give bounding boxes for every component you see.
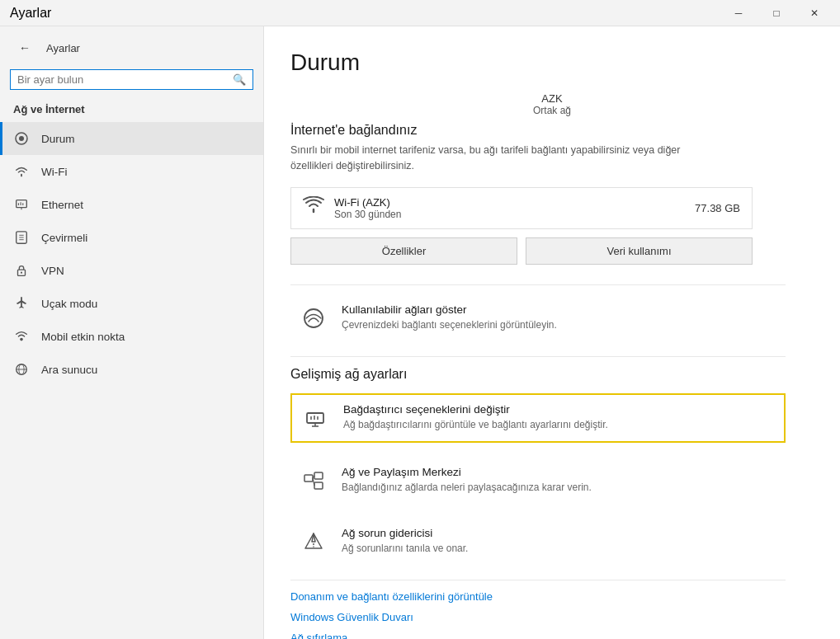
svg-point-13 <box>20 338 23 341</box>
sidebar-item-hotspot[interactable]: Mobil etkin nokta <box>0 320 263 353</box>
adapter-options-title: Bağdaştırıcı seçeneklerini değiştir <box>343 403 608 416</box>
titlebar-title: Ayarlar <box>10 6 51 21</box>
sidebar-item-dialup-label: Çevirmeli <box>41 232 87 244</box>
sidebar-item-status[interactable]: Durum <box>0 122 263 155</box>
svg-rect-26 <box>314 482 323 489</box>
wifi-left: Wi-Fi (AZK) Son 30 günden <box>303 196 401 220</box>
divider-3 <box>290 580 786 580</box>
available-networks-desc: Çevrenizdeki bağlantı seçeneklerini görü… <box>342 318 557 332</box>
proxy-nav-icon <box>13 361 30 378</box>
close-button[interactable]: ✕ <box>795 0 833 26</box>
main-content: Durum AZK Ortak ağ İnternet'e bağlandını… <box>264 26 840 639</box>
troubleshoot-title: Ağ sorun gidericisi <box>342 527 468 539</box>
divider-1 <box>290 284 786 285</box>
svg-point-1 <box>19 136 24 141</box>
status-icon <box>13 130 30 147</box>
sharing-center-row[interactable]: Ağ ve Paylaşım Merkezi Bağlandığınız ağl… <box>290 458 786 504</box>
titlebar-left: Ayarlar <box>10 6 51 21</box>
app-body: ← Ayarlar 🔍 Ağ ve İnternet Durum <box>0 26 840 639</box>
available-networks-title: Kullanılabilir ağları göster <box>342 303 557 316</box>
sharing-center-text: Ağ ve Paylaşım Merkezi Bağlandığınız ağl… <box>342 466 592 495</box>
adapter-options-text: Bağdaştırıcı seçeneklerini değiştir Ağ b… <box>343 403 608 432</box>
troubleshoot-row[interactable]: Ağ sorun gidericisi Ağ sorunlarını tanıl… <box>290 519 786 565</box>
wifi-signal-icon <box>303 196 324 219</box>
svg-rect-2 <box>17 200 27 208</box>
sidebar: ← Ayarlar 🔍 Ağ ve İnternet Durum <box>0 26 264 639</box>
maximize-button[interactable]: □ <box>757 0 795 26</box>
minimize-button[interactable]: ─ <box>720 0 757 26</box>
available-networks-row[interactable]: Kullanılabilir ağları göster Çevrenizdek… <box>290 295 786 341</box>
titlebar-controls: ─ □ ✕ <box>720 0 833 26</box>
sidebar-item-dialup[interactable]: Çevirmeli <box>0 221 263 254</box>
svg-rect-18 <box>307 413 323 423</box>
available-networks-icon <box>299 303 328 333</box>
wifi-nav-icon <box>13 163 30 180</box>
sidebar-item-ethernet[interactable]: Ethernet <box>0 188 263 221</box>
adapter-icon <box>300 403 330 433</box>
properties-button[interactable]: Özellikler <box>290 237 517 265</box>
wifi-details: Wi-Fi (AZK) Son 30 günden <box>334 196 401 220</box>
sidebar-header-title: Ayarlar <box>46 42 80 54</box>
sidebar-item-wifi-label: Wi-Fi <box>41 166 67 178</box>
sidebar-item-proxy-label: Ara sunucu <box>41 364 97 376</box>
connection-status-desc: Sınırlı bir mobil internet tarifeniz var… <box>290 143 703 174</box>
sharing-center-desc: Bağlandığınız ağlarda neleri paylaşacağı… <box>342 481 592 495</box>
wifi-card: Wi-Fi (AZK) Son 30 günden 77.38 GB <box>290 187 753 229</box>
search-input[interactable] <box>17 73 233 86</box>
sidebar-item-status-label: Durum <box>41 133 75 145</box>
action-buttons: Özellikler Veri kullanımı <box>290 237 753 265</box>
vpn-nav-icon <box>13 262 30 279</box>
svg-line-28 <box>313 478 314 486</box>
sidebar-item-ethernet-label: Ethernet <box>41 199 83 211</box>
data-usage-button[interactable]: Veri kullanımı <box>526 237 753 265</box>
sidebar-item-vpn-label: VPN <box>41 265 64 277</box>
titlebar: Ayarlar ─ □ ✕ <box>0 0 840 26</box>
connection-status-title: İnternet'e bağlandınız <box>290 123 814 138</box>
link-reset[interactable]: Ağ sıfırlama <box>290 632 814 640</box>
adapter-options-row[interactable]: Bağdaştırıcı seçeneklerini değiştir Ağ b… <box>290 393 786 443</box>
back-button[interactable]: ← <box>13 36 36 59</box>
airplane-nav-icon <box>13 295 30 312</box>
wifi-data-usage: 77.38 GB <box>695 202 740 214</box>
sidebar-top: ← Ayarlar <box>0 26 263 66</box>
sharing-center-title: Ağ ve Paylaşım Merkezi <box>342 466 592 478</box>
sidebar-item-proxy[interactable]: Ara sunucu <box>0 353 263 386</box>
troubleshoot-desc: Ağ sorunlarını tanıla ve onar. <box>342 542 468 556</box>
network-status-box: İnternet'e bağlandınız Sınırlı bir mobil… <box>290 123 814 265</box>
advanced-section-title: Gelişmiş ağ ayarları <box>290 367 814 382</box>
svg-rect-24 <box>304 475 313 482</box>
sidebar-item-hotspot-label: Mobil etkin nokta <box>41 331 125 343</box>
sidebar-item-wifi[interactable]: Wi-Fi <box>0 155 263 188</box>
troubleshoot-icon <box>299 527 328 557</box>
sidebar-item-vpn[interactable]: VPN <box>0 254 263 287</box>
network-type: Ortak ağ <box>533 105 571 116</box>
svg-point-12 <box>21 272 22 274</box>
search-box[interactable]: 🔍 <box>10 69 253 90</box>
sidebar-section-title: Ağ ve İnternet <box>0 100 263 122</box>
dialup-nav-icon <box>13 229 30 246</box>
troubleshoot-text: Ağ sorun gidericisi Ağ sorunlarını tanıl… <box>342 527 468 556</box>
svg-point-30 <box>313 546 314 547</box>
adapter-options-desc: Ağ bağdaştırıcılarını görüntüle ve bağla… <box>343 418 608 432</box>
wifi-name: Wi-Fi (AZK) <box>334 196 401 209</box>
sidebar-item-airplane-label: Uçak modu <box>41 298 97 310</box>
link-firewall[interactable]: Windows Güvenlik Duvarı <box>290 611 814 623</box>
sidebar-item-airplane[interactable]: Uçak modu <box>0 287 263 320</box>
network-name: AZK <box>541 92 562 105</box>
available-networks-text: Kullanılabilir ağları göster Çevrenizdek… <box>342 303 557 332</box>
svg-rect-25 <box>314 472 323 479</box>
sharing-icon <box>299 466 328 496</box>
divider-2 <box>290 356 786 357</box>
wifi-sub: Son 30 günden <box>334 209 401 220</box>
ethernet-nav-icon <box>13 196 30 213</box>
network-name-area: AZK Ortak ağ <box>290 92 814 116</box>
hotspot-nav-icon <box>13 328 30 345</box>
link-hardware[interactable]: Donanım ve bağlantı özelliklerini görünt… <box>290 590 814 603</box>
search-icon: 🔍 <box>233 73 246 86</box>
page-title: Durum <box>290 49 814 76</box>
